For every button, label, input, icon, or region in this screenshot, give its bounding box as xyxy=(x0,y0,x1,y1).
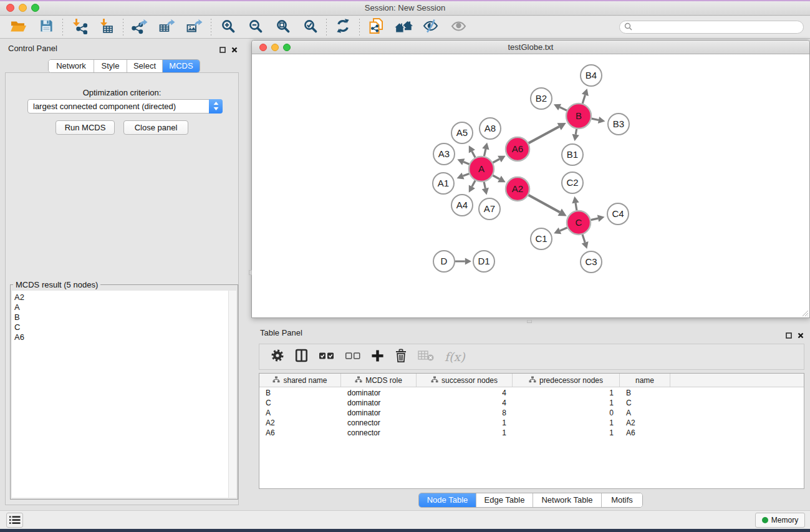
graph-node-a5[interactable]: A5 xyxy=(451,122,473,143)
horizontal-splitter-handle[interactable] xyxy=(527,320,532,323)
graph-node-a2[interactable]: A2 xyxy=(506,177,529,201)
tab-select[interactable]: Select xyxy=(127,60,163,72)
tab-style[interactable]: Style xyxy=(94,60,127,72)
table-row[interactable]: Adominator80A xyxy=(259,408,804,418)
add-column-button[interactable] xyxy=(371,349,384,365)
select-all-button[interactable] xyxy=(319,350,334,364)
graph-edge-d-d1[interactable] xyxy=(455,258,471,265)
column-header-successor-nodes[interactable]: successor nodes xyxy=(417,374,513,387)
network-window-titlebar[interactable]: testGlobe.txt xyxy=(252,41,809,54)
mcds-result-item[interactable]: A xyxy=(12,302,236,312)
graph-edge-a-a1[interactable] xyxy=(457,173,470,180)
mcds-result-item[interactable]: B xyxy=(12,312,236,322)
import-network-button[interactable] xyxy=(65,18,93,37)
search-input[interactable] xyxy=(619,21,804,34)
tab-node-table[interactable]: Node Table xyxy=(419,493,476,507)
graph-edge-b-b2[interactable] xyxy=(554,104,567,110)
mcds-result-item[interactable]: C xyxy=(12,322,236,332)
table-row[interactable]: A2connector11A2 xyxy=(259,418,804,428)
zoom-selected-button[interactable] xyxy=(296,18,324,37)
table-row[interactable]: Bdominator41B xyxy=(259,388,804,398)
dropdown-stepper-icon[interactable] xyxy=(209,99,223,114)
graph-node-c2[interactable]: C2 xyxy=(562,172,583,193)
close-panel-icon[interactable] xyxy=(231,44,238,56)
graph-node-c4[interactable]: C4 xyxy=(607,203,629,225)
save-button[interactable] xyxy=(32,18,60,37)
deselect-all-button[interactable] xyxy=(345,350,360,364)
column-header-name[interactable]: name xyxy=(620,374,670,387)
tab-mcds[interactable]: MCDS xyxy=(163,60,200,72)
optimization-criterion-dropdown[interactable]: largest connected component (directed) xyxy=(27,99,223,114)
graph-edge-a-a3[interactable] xyxy=(457,158,469,165)
vertical-splitter-handle[interactable] xyxy=(249,270,252,275)
graph-node-b1[interactable]: B1 xyxy=(562,144,583,165)
graph-node-b[interactable]: B xyxy=(566,104,591,128)
run-mcds-button[interactable]: Run MCDS xyxy=(55,120,115,135)
eye-button[interactable] xyxy=(445,18,472,37)
mcds-result-item[interactable]: A2 xyxy=(12,293,236,302)
graph-edge-b-b4[interactable] xyxy=(582,89,589,104)
float-table-panel-icon[interactable] xyxy=(786,330,792,341)
home-button[interactable] xyxy=(390,18,417,37)
memory-button[interactable]: Memory xyxy=(755,513,805,528)
graph-node-c1[interactable]: C1 xyxy=(531,228,552,249)
close-panel-button[interactable]: Close panel xyxy=(123,120,188,135)
show-panels-button[interactable] xyxy=(6,513,23,528)
graph-edge-c-c1[interactable] xyxy=(554,228,567,234)
graph-edge-a-a6[interactable] xyxy=(493,156,505,163)
graph-edge-a-a5[interactable] xyxy=(469,145,475,157)
graph-node-b2[interactable]: B2 xyxy=(531,88,552,109)
tab-motifs[interactable]: Motifs xyxy=(602,493,642,507)
graph-edge-a2-c[interactable] xyxy=(529,195,567,216)
column-header-shared-name[interactable]: shared name xyxy=(259,374,341,387)
column-header-predecessor-nodes[interactable]: predecessor nodes xyxy=(513,374,620,387)
graph-node-a3[interactable]: A3 xyxy=(433,143,455,165)
graph-edge-a-a8[interactable] xyxy=(482,142,489,156)
column-header-MCDS-role[interactable]: MCDS role xyxy=(341,374,417,387)
zoom-in-button[interactable] xyxy=(214,18,241,37)
graph-node-b3[interactable]: B3 xyxy=(608,114,629,135)
refresh-button[interactable] xyxy=(329,18,357,37)
close-table-panel-icon[interactable] xyxy=(798,330,804,341)
export-table-button[interactable] xyxy=(153,18,181,37)
result-scrollbar[interactable] xyxy=(228,291,236,498)
import-table-button[interactable] xyxy=(93,18,120,37)
table-row[interactable]: Cdominator41C xyxy=(259,398,804,408)
tab-network-table[interactable]: Network Table xyxy=(533,493,602,507)
zoom-fit-button[interactable] xyxy=(269,18,296,37)
graph-node-a[interactable]: A xyxy=(469,157,494,181)
graph-node-a7[interactable]: A7 xyxy=(479,198,500,220)
graph-node-d1[interactable]: D1 xyxy=(473,251,494,272)
tab-network[interactable]: Network xyxy=(49,60,94,72)
float-panel-icon[interactable] xyxy=(219,44,226,56)
graph-edge-c-c3[interactable] xyxy=(582,235,589,249)
graph-edge-b-b3[interactable] xyxy=(592,117,605,123)
delete-table-button[interactable] xyxy=(418,349,434,364)
table-row[interactable]: A6connector11A6 xyxy=(259,428,804,438)
network-canvas[interactable]: AA1A3A5A8A6A2A4A7BB2B4B3B1C2CC4C1C3DD1 xyxy=(253,55,809,317)
open-folder-button[interactable] xyxy=(5,18,32,37)
graph-node-a1[interactable]: A1 xyxy=(433,173,454,194)
graph-node-a4[interactable]: A4 xyxy=(451,195,473,216)
graph-edge-c-c4[interactable] xyxy=(591,215,605,222)
graph-node-d[interactable]: D xyxy=(433,251,455,272)
graph-node-a6[interactable]: A6 xyxy=(506,137,529,161)
mcds-result-item[interactable]: A6 xyxy=(12,332,236,342)
resize-grip-icon[interactable] xyxy=(801,309,809,317)
export-image-button[interactable] xyxy=(181,18,208,37)
graph-edge-c-c2[interactable] xyxy=(572,196,579,211)
gear-button[interactable] xyxy=(271,349,284,365)
zoom-out-button[interactable] xyxy=(241,18,269,37)
graph-edge-a6-b[interactable] xyxy=(529,123,566,143)
graph-node-c3[interactable]: C3 xyxy=(581,251,602,273)
delete-column-button[interactable] xyxy=(395,349,407,365)
duplicate-network-button[interactable] xyxy=(362,18,390,37)
graph-node-c[interactable]: C xyxy=(567,211,591,235)
graph-edge-a-a7[interactable] xyxy=(482,182,489,195)
tab-edge-table[interactable]: Edge Table xyxy=(476,493,533,507)
graph-edge-b-b1[interactable] xyxy=(572,129,579,142)
export-network-button[interactable] xyxy=(126,18,153,37)
graph-node-a8[interactable]: A8 xyxy=(480,118,501,139)
function-builder-button[interactable]: f(x) xyxy=(445,350,465,364)
graph-edge-a-a4[interactable] xyxy=(469,181,475,193)
